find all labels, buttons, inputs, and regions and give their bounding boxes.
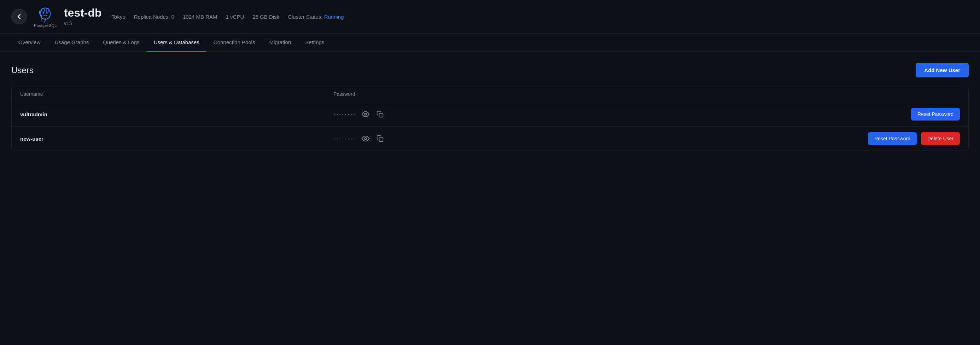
copy-password-vultradmin[interactable] xyxy=(375,110,385,118)
nav-tabs: Overview Usage Graphs Queries & Logs Use… xyxy=(0,33,980,52)
section-header: Users Add New User xyxy=(11,63,969,78)
toggle-password-visibility-new-user[interactable] xyxy=(360,134,371,143)
meta-cluster-status: Cluster Status: Running xyxy=(288,14,344,20)
db-version: v15 xyxy=(64,21,102,26)
logo-label: PostgreSQL xyxy=(34,23,57,27)
tab-queries-logs[interactable]: Queries & Logs xyxy=(96,33,146,52)
tab-overview[interactable]: Overview xyxy=(11,33,48,52)
meta-replica-nodes: Replica Nodes: 0 xyxy=(134,14,174,20)
username-vultradmin: vultradmin xyxy=(20,111,333,118)
db-logo: PostgreSQL xyxy=(34,6,57,27)
eye-icon xyxy=(362,110,369,118)
meta-vcpu: 1 vCPU xyxy=(226,14,244,20)
col-username: Username xyxy=(20,91,333,97)
copy-password-new-user[interactable] xyxy=(375,134,385,143)
svg-point-7 xyxy=(364,137,367,140)
back-button[interactable] xyxy=(11,9,27,24)
arrow-left-icon xyxy=(16,13,22,20)
copy-icon xyxy=(377,135,383,142)
top-bar: PostgreSQL test-db v15 Tokyo Replica Nod… xyxy=(0,0,980,33)
section-title: Users xyxy=(11,65,33,75)
db-name: test-db xyxy=(64,7,102,18)
meta-ram: 1024 MB RAM xyxy=(183,14,218,20)
svg-rect-6 xyxy=(379,113,383,118)
username-new-user: new-user xyxy=(20,136,333,142)
toggle-password-visibility-vultradmin[interactable] xyxy=(360,110,371,119)
tab-migration[interactable]: Migration xyxy=(262,33,298,52)
tab-users-databases[interactable]: Users & Databases xyxy=(147,33,207,52)
table-row: new-user ········ Reset Passwor xyxy=(12,127,968,151)
actions-cell-vultradmin: Reset Password xyxy=(647,108,960,121)
tab-settings[interactable]: Settings xyxy=(298,33,331,52)
password-dots-new-user: ········ xyxy=(333,135,356,143)
tab-connection-pools[interactable]: Connection Pools xyxy=(207,33,262,52)
cluster-status-value: Running xyxy=(324,14,344,20)
tab-usage-graphs[interactable]: Usage Graphs xyxy=(48,33,96,52)
delete-user-new-user-button[interactable]: Delete User xyxy=(921,132,960,145)
reset-password-new-user-button[interactable]: Reset Password xyxy=(868,132,917,145)
users-table: Username Password vultradmin ········ xyxy=(11,86,969,151)
meta-disk: 25 GB Disk xyxy=(253,14,279,20)
svg-point-5 xyxy=(364,113,367,115)
eye-icon xyxy=(362,135,369,143)
add-new-user-button[interactable]: Add New User xyxy=(916,63,969,78)
db-title-section: test-db v15 xyxy=(64,7,102,26)
table-header: Username Password xyxy=(12,86,968,102)
password-dots-vultradmin: ········ xyxy=(333,111,356,118)
col-password: Password xyxy=(333,91,647,97)
svg-rect-8 xyxy=(379,138,383,142)
db-meta: Tokyo Replica Nodes: 0 1024 MB RAM 1 vCP… xyxy=(112,14,969,20)
svg-point-4 xyxy=(46,13,48,14)
col-actions xyxy=(647,91,960,97)
main-content: Users Add New User Username Password vul… xyxy=(0,52,980,162)
password-cell-new-user: ········ xyxy=(333,134,647,143)
svg-point-3 xyxy=(43,13,45,14)
reset-password-vultradmin-button[interactable]: Reset Password xyxy=(911,108,960,121)
copy-icon xyxy=(377,111,383,118)
table-row: vultradmin ········ Reset Passw xyxy=(12,102,968,127)
postgresql-elephant-icon xyxy=(37,6,54,22)
password-cell-vultradmin: ········ xyxy=(333,110,647,119)
meta-region: Tokyo xyxy=(112,14,126,20)
actions-cell-new-user: Reset Password Delete User xyxy=(647,132,960,145)
